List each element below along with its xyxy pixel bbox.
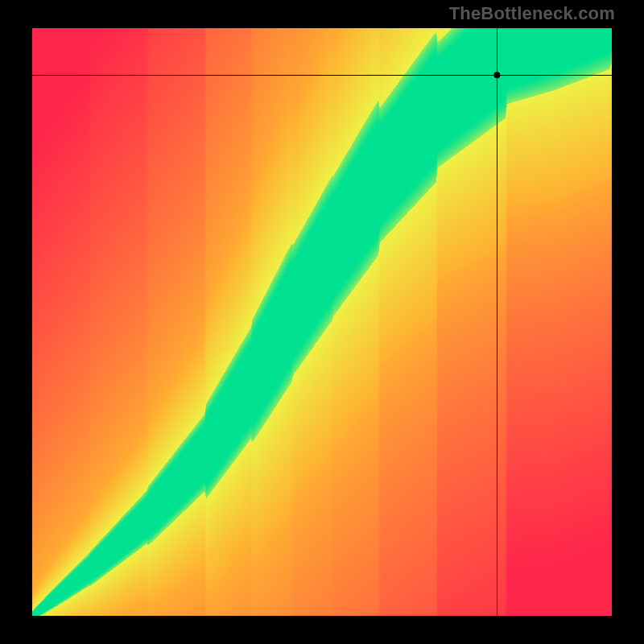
chart-stage: TheBottleneck.com xyxy=(0,0,644,644)
bottleneck-heatmap xyxy=(32,28,612,616)
watermark-label: TheBottleneck.com xyxy=(449,3,615,24)
